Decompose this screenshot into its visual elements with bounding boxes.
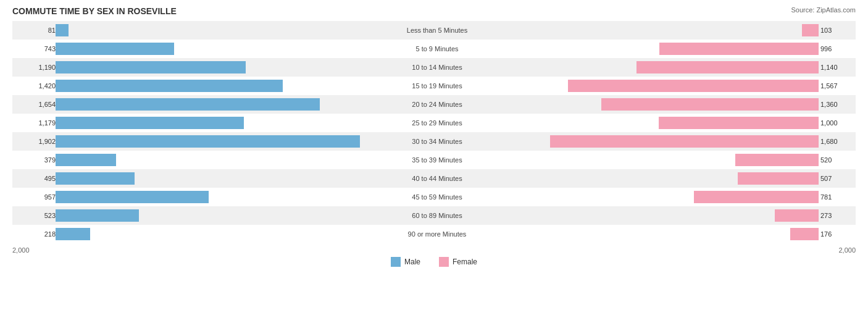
table-row: 1,179 25 to 29 Minutes 1,000 (12, 114, 856, 132)
table-row: 81 Less than 5 Minutes 103 (12, 21, 856, 40)
male-value: 379 (15, 156, 56, 164)
bar-male (56, 24, 69, 36)
bar-male (56, 228, 90, 240)
bar-female (735, 154, 819, 166)
bar-male (56, 98, 320, 111)
female-value: 1,000 (819, 119, 859, 127)
axis-label-left: 2,000 (12, 246, 30, 254)
row-label: 90 or more Minutes (375, 230, 499, 238)
bar-female (659, 43, 819, 55)
row-label: 15 to 19 Minutes (375, 82, 499, 90)
female-value: 520 (819, 156, 859, 164)
male-value: 1,420 (15, 82, 56, 90)
female-value: 507 (819, 175, 859, 182)
table-row: 1,902 30 to 34 Minutes 1,680 (12, 132, 856, 151)
row-label: 30 to 34 Minutes (375, 138, 499, 145)
row-label: 45 to 59 Minutes (375, 193, 499, 201)
female-value: 1,140 (819, 64, 859, 71)
female-value: 1,680 (819, 138, 859, 145)
table-row: 379 35 to 39 Minutes 520 (12, 151, 856, 169)
legend-female-label: Female (453, 258, 477, 266)
bar-female (775, 209, 819, 222)
female-value: 1,360 (819, 101, 859, 108)
bar-male (56, 61, 246, 73)
row-label: 10 to 14 Minutes (375, 64, 499, 71)
bar-male (56, 172, 135, 185)
bar-female (568, 80, 819, 92)
male-value: 81 (15, 27, 56, 34)
legend: Male Female (12, 257, 856, 267)
female-value: 273 (819, 212, 859, 219)
bar-female (601, 98, 819, 111)
male-value: 1,190 (15, 64, 56, 71)
row-label: 20 to 24 Minutes (375, 101, 499, 108)
male-value: 523 (15, 212, 56, 219)
axis-label-right: 2,000 (838, 246, 856, 254)
bar-male (56, 117, 244, 129)
row-label: 25 to 29 Minutes (375, 119, 499, 127)
male-value: 743 (15, 45, 56, 52)
bar-female (659, 117, 819, 129)
table-row: 1,190 10 to 14 Minutes 1,140 (12, 58, 856, 77)
row-label: 60 to 89 Minutes (375, 212, 499, 219)
chart-container: COMMUTE TIME BY SEX IN ROSEVILLE Source:… (0, 0, 868, 323)
male-value: 495 (15, 175, 56, 182)
chart-title: COMMUTE TIME BY SEX IN ROSEVILLE (12, 6, 856, 16)
bar-male (56, 80, 283, 92)
table-row: 218 90 or more Minutes 176 (12, 225, 856, 243)
bar-male (56, 135, 360, 148)
male-value: 218 (15, 230, 56, 238)
chart-rows: 81 Less than 5 Minutes 103 743 5 to 9 Mi… (12, 21, 856, 243)
bar-female (802, 24, 819, 36)
table-row: 1,420 15 to 19 Minutes 1,567 (12, 77, 856, 95)
table-row: 523 60 to 89 Minutes 273 (12, 206, 856, 225)
table-row: 495 40 to 44 Minutes 507 (12, 169, 856, 188)
row-label: Less than 5 Minutes (375, 27, 499, 34)
female-value: 176 (819, 230, 859, 238)
legend-male: Male (391, 257, 420, 267)
male-value: 957 (15, 193, 56, 201)
table-row: 743 5 to 9 Minutes 996 (12, 40, 856, 58)
table-row: 1,654 20 to 24 Minutes 1,360 (12, 95, 856, 114)
female-value: 996 (819, 45, 859, 52)
bar-male (56, 209, 139, 222)
female-value: 103 (819, 27, 859, 34)
bar-female (790, 228, 819, 240)
bar-female (550, 135, 819, 148)
legend-male-box (391, 257, 401, 267)
row-label: 40 to 44 Minutes (375, 175, 499, 182)
female-value: 781 (819, 193, 859, 201)
bar-female (694, 191, 819, 203)
bar-female (636, 61, 819, 73)
male-value: 1,179 (15, 119, 56, 127)
row-label: 5 to 9 Minutes (375, 45, 499, 52)
male-value: 1,902 (15, 138, 56, 145)
legend-male-label: Male (404, 258, 420, 266)
row-label: 35 to 39 Minutes (375, 156, 499, 164)
bar-male (56, 154, 116, 166)
male-value: 1,654 (15, 101, 56, 108)
legend-female: Female (439, 257, 477, 267)
table-row: 957 45 to 59 Minutes 781 (12, 188, 856, 206)
legend-female-box (439, 257, 449, 267)
female-value: 1,567 (819, 82, 859, 90)
bar-male (56, 43, 174, 55)
bar-male (56, 191, 209, 203)
axis-labels: 2,000 2,000 (12, 246, 856, 254)
source-label: Source: ZipAtlas.com (791, 6, 856, 14)
bar-female (738, 172, 819, 185)
